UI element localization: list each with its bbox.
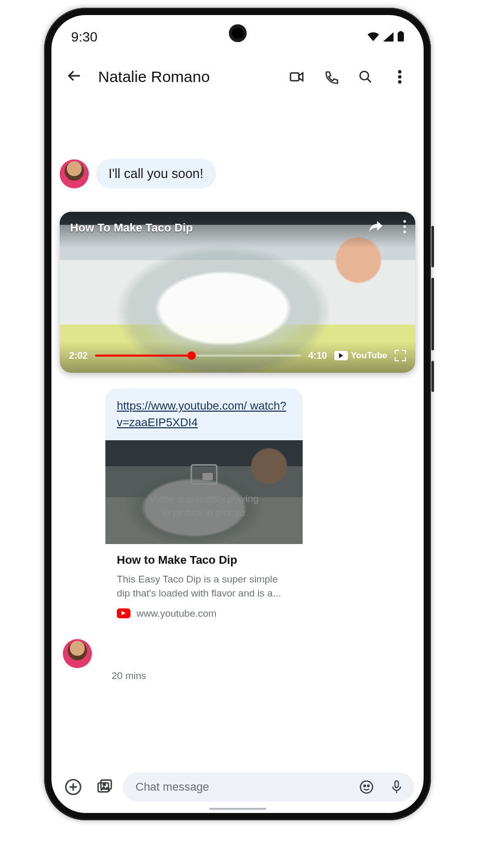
add-button[interactable] <box>61 775 86 799</box>
seek-bar[interactable] <box>95 355 301 357</box>
gallery-button[interactable] <box>92 775 117 799</box>
back-button[interactable] <box>63 64 87 90</box>
pip-video-player[interactable]: How To Make Taco Dip 2:02 4:10 <box>60 212 415 373</box>
video-title: How To Make Taco Dip <box>70 221 193 235</box>
status-time: 9:30 <box>71 29 98 45</box>
contact-name: Natalie Romano <box>98 68 210 86</box>
svg-rect-14 <box>395 781 398 788</box>
search-button[interactable] <box>353 64 378 89</box>
elapsed-time: 2:02 <box>69 350 88 361</box>
emoji-button[interactable] <box>354 775 379 799</box>
mic-button[interactable] <box>384 775 409 799</box>
contact-avatar[interactable] <box>63 639 92 668</box>
total-duration: 4:10 <box>308 350 327 361</box>
youtube-logo[interactable]: YouTube <box>334 350 387 361</box>
preview-source-text: www.youtube.com <box>137 608 216 619</box>
fullscreen-button[interactable] <box>395 350 406 361</box>
video-call-button[interactable] <box>284 64 309 89</box>
preview-source: www.youtube.com <box>117 608 291 619</box>
youtube-label: YouTube <box>351 350 387 361</box>
contact-avatar[interactable] <box>60 159 89 188</box>
cell-signal-icon <box>383 29 394 45</box>
svg-point-3 <box>360 72 369 80</box>
svg-rect-1 <box>399 31 402 33</box>
svg-point-5 <box>398 75 401 78</box>
conversation-header: Natalie Romano <box>51 48 424 99</box>
preview-description: This Easy Taco Dip is a super simple dip… <box>117 572 291 601</box>
home-indicator <box>209 808 266 810</box>
preview-title: How to Make Taco Dip <box>117 553 291 567</box>
svg-rect-2 <box>291 73 299 81</box>
composer: Chat message <box>61 772 414 802</box>
youtube-icon <box>117 608 130 618</box>
voice-call-button[interactable] <box>319 64 344 89</box>
preview-thumbnail: Video is currently playing in picture in… <box>105 440 303 544</box>
message-incoming: I'll call you soon! <box>60 159 415 188</box>
link-preview-card[interactable]: https://www.youtube.com/ watch?v=zaaEIP5… <box>105 388 303 630</box>
message-input[interactable]: Chat message <box>123 772 414 802</box>
video-menu-button[interactable] <box>403 220 406 233</box>
battery-icon <box>398 29 404 45</box>
pip-overlay-text: Video is currently playing in picture in… <box>150 492 259 520</box>
link-url[interactable]: https://www.youtube.com/ watch?v=zaaEIP5… <box>105 388 303 440</box>
front-camera <box>229 24 247 42</box>
wifi-icon <box>368 29 379 45</box>
message-timestamp: 20 mins <box>112 670 415 682</box>
share-button[interactable] <box>369 219 383 235</box>
svg-point-4 <box>398 70 401 73</box>
svg-point-6 <box>398 80 401 84</box>
pip-icon <box>191 464 218 485</box>
link-url-line1: https://www.youtube.com/ <box>117 399 247 412</box>
input-placeholder: Chat message <box>135 780 349 794</box>
message-bubble[interactable]: I'll call you soon! <box>96 159 216 188</box>
svg-point-11 <box>360 781 372 793</box>
svg-point-13 <box>368 785 369 786</box>
overflow-menu-button[interactable] <box>387 64 412 89</box>
svg-point-12 <box>364 785 365 786</box>
svg-point-10 <box>103 783 105 785</box>
svg-rect-0 <box>398 32 404 42</box>
